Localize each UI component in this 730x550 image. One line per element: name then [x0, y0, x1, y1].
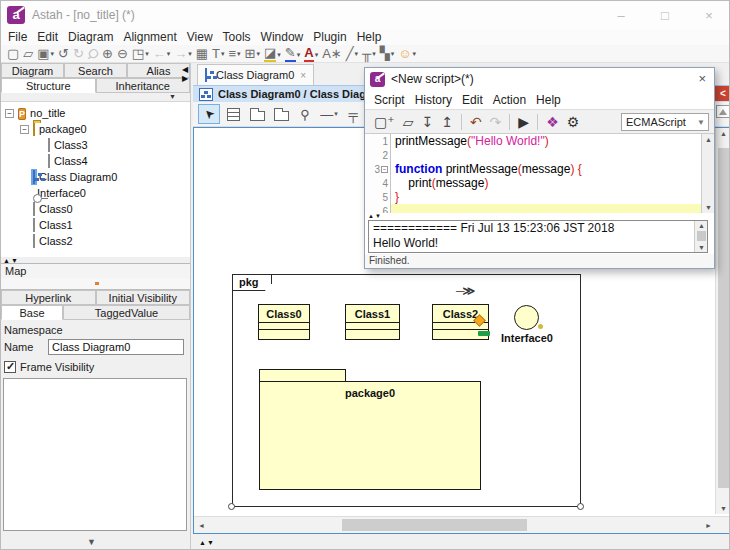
output-scrollbar[interactable]: ▲ ▼ [694, 221, 707, 252]
collapse-panel-badge[interactable]: < [715, 86, 730, 101]
menu-item-edit[interactable]: Edit [32, 30, 63, 44]
code-editor[interactable]: 1printMessage("Hello World!")23−function… [365, 134, 714, 213]
tab-inheritance[interactable]: Inheritance [96, 78, 191, 93]
tree-item-class4[interactable]: Class4 [1, 153, 190, 169]
run-icon[interactable]: ▶ [518, 114, 529, 130]
menu-item-view[interactable]: View [182, 30, 218, 44]
dropdown-arrow-icon[interactable]: ▾ [391, 47, 395, 61]
connector-icon[interactable]: ╱▾ [346, 47, 358, 61]
vertical-scrollbar[interactable]: ▲ ▼ [715, 128, 730, 514]
dropdown-arrow-icon[interactable]: ▾ [413, 47, 417, 61]
minimize-button[interactable]: – [599, 1, 643, 29]
forward-icon[interactable]: →▾ [174, 47, 192, 61]
line-tool-icon[interactable]: —▾ [318, 104, 340, 124]
tab-search[interactable]: Search [64, 63, 127, 78]
fit-view-icon[interactable]: ◳▾ [132, 47, 149, 61]
tab-alias[interactable]: Alias [127, 63, 190, 78]
scroll-down-icon[interactable]: ▼ [695, 244, 708, 251]
maximize-button[interactable]: □ [643, 1, 687, 29]
language-select[interactable]: ECMAScript ▼ [621, 113, 709, 131]
tree-item-class2[interactable]: Class2 [1, 233, 190, 249]
eraser-icon[interactable]: ❖ [546, 114, 559, 130]
definition-textarea[interactable] [3, 378, 187, 531]
uml-class-class1[interactable]: Class1 [345, 304, 400, 340]
scroll-right-icon[interactable]: ► [705, 522, 712, 529]
code-scrollbar[interactable]: ▲ ▼ [701, 134, 714, 213]
zoom-in-icon[interactable]: ⊕ [102, 47, 113, 61]
dropdown-arrow-icon[interactable]: ▾ [237, 47, 241, 61]
menu-item-tools[interactable]: Tools [218, 30, 256, 44]
dropdown-arrow-icon[interactable]: ▾ [256, 47, 260, 61]
frame-handle-bottom-right[interactable] [577, 503, 584, 510]
subsystem-tool-icon[interactable] [270, 104, 292, 124]
redo-icon[interactable]: ↷ [490, 114, 502, 130]
font-size-icon[interactable]: A∗ [322, 47, 342, 61]
script-menu-help[interactable]: Help [531, 93, 566, 107]
frame-handle-bottom-left[interactable] [228, 503, 235, 510]
code-line-4[interactable]: 4 print(message) [365, 176, 714, 190]
script-window-titlebar[interactable]: a <New script>(*) × [365, 68, 714, 90]
undo-icon[interactable]: ↶ [470, 114, 482, 130]
dropdown-arrow-icon[interactable]: ▾ [334, 110, 338, 118]
close-button[interactable]: × [687, 1, 730, 29]
panel-expand-icon[interactable]: ▼ [87, 537, 96, 547]
generalization-tool-icon[interactable]: ╤ [342, 104, 364, 124]
dropdown-arrow-icon[interactable]: ▾ [297, 48, 301, 62]
new-file-icon[interactable]: ▢ [7, 47, 19, 61]
dropdown-arrow-icon[interactable]: ▾ [355, 47, 359, 61]
code-line-2[interactable]: 2 [365, 148, 714, 162]
dropdown-arrow-icon[interactable]: ▾ [167, 47, 171, 61]
script-close-icon[interactable]: × [698, 71, 706, 86]
output-scrollbar-thumb[interactable] [697, 231, 706, 241]
scroll-up-icon[interactable]: ▲ [695, 222, 708, 229]
dropdown-arrow-icon[interactable]: ▾ [51, 47, 55, 61]
panel-collapse-icons[interactable]: ◀▶ [182, 65, 191, 83]
diagram-grid-icon[interactable]: ▦ [196, 47, 208, 61]
dropdown-arrow-icon[interactable]: ▾ [221, 47, 225, 61]
vertical-scrollbar-thumb[interactable] [718, 148, 729, 488]
back-icon[interactable]: ←▾ [153, 47, 171, 61]
collapse-toggle-icon[interactable]: − [5, 109, 14, 118]
scroll-up-icon[interactable]: ▲ [702, 136, 715, 143]
tab-base[interactable]: Base [1, 305, 63, 320]
save-icon[interactable]: ▣▾ [37, 47, 54, 61]
script-menu-action[interactable]: Action [488, 93, 531, 107]
tab-diagram[interactable]: Diagram [1, 63, 64, 78]
horizontal-scrollbar[interactable]: ◄ ► [194, 516, 730, 533]
emoji-icon[interactable]: ☺▾ [398, 47, 416, 61]
open-icon[interactable]: ▱ [23, 47, 33, 61]
filter-dropdown-icon[interactable]: ▼ [169, 93, 176, 100]
stack-icon[interactable]: ⊞▾ [245, 47, 260, 61]
tab-taggedvalue[interactable]: TaggedValue [63, 305, 190, 320]
tree-item-no_title[interactable]: −Pno_title [1, 105, 190, 121]
code-line-3[interactable]: 3−function printMessage(message) { [365, 162, 714, 176]
image-tool-icon[interactable] [716, 105, 730, 118]
tab-initial-visibility[interactable]: Initial Visibility [96, 290, 191, 305]
hierarchy-icon[interactable]: ╥▾ [362, 47, 376, 61]
scroll-down-icon[interactable]: ▼ [716, 505, 730, 512]
frame-visibility-checkbox[interactable] [4, 361, 16, 373]
settings-gear-icon[interactable]: ⚙ [567, 114, 580, 130]
interface0-shape[interactable] [514, 305, 539, 330]
text-tool-icon[interactable]: T▾ [212, 47, 224, 61]
tab-class-diagram0[interactable]: Class Diagram0 × [197, 64, 314, 85]
scroll-down-icon[interactable]: ▼ [702, 204, 715, 211]
pen-color-icon[interactable]: ✎▾ [285, 46, 300, 62]
horizontal-scrollbar-thumb[interactable] [342, 519, 527, 531]
tab-close-icon[interactable]: × [300, 70, 306, 81]
package-tool-icon[interactable] [246, 104, 268, 124]
bottom-splitter[interactable]: ▲▼ [193, 534, 730, 550]
class-tool-icon[interactable] [222, 104, 244, 124]
menu-item-alignment[interactable]: Alignment [118, 30, 181, 44]
dropdown-arrow-icon[interactable]: ▾ [315, 48, 319, 62]
tree-item-class3[interactable]: Class3 [1, 137, 190, 153]
script-menu-history[interactable]: History [410, 93, 457, 107]
tree-item-class-diagram0[interactable]: Class Diagram0 [1, 169, 190, 185]
new-script-icon[interactable]: ▢⁺ [374, 114, 395, 130]
pin-tool-icon[interactable]: ⚲ [294, 104, 316, 124]
search-icon[interactable]: Ϙ [88, 47, 98, 61]
menu-item-window[interactable]: Window [256, 30, 309, 44]
name-field[interactable] [48, 339, 184, 355]
align-icon[interactable]: ≡▾ [228, 47, 240, 61]
dropdown-arrow-icon[interactable]: ▾ [372, 47, 376, 61]
